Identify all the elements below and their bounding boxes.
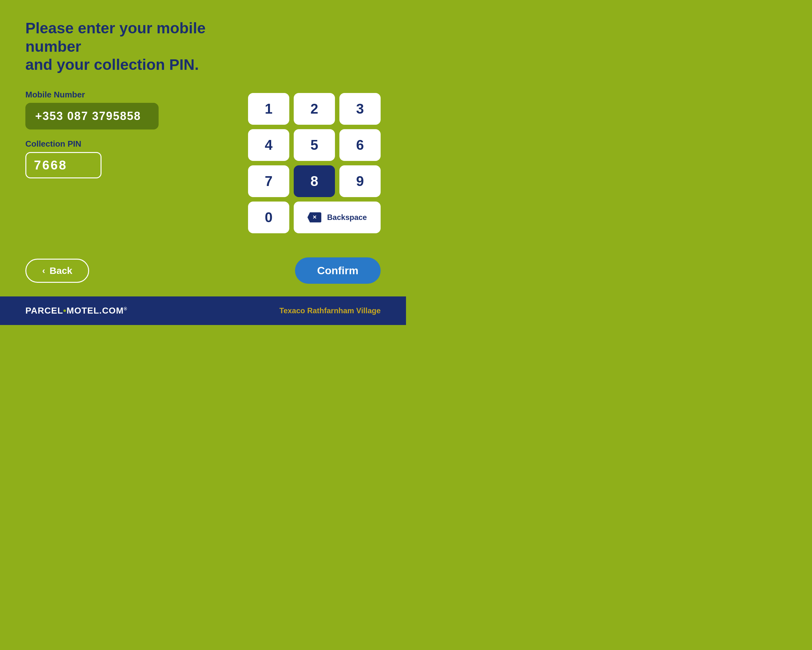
form-keypad-section: Mobile Number +353 087 3795858 Collectio… [25,90,381,242]
bottom-buttons: ‹ Back Confirm [25,257,381,284]
location-text: Texaco Rathfarnham Village [279,306,381,315]
key-2[interactable]: 2 [294,93,335,125]
key-1[interactable]: 1 [248,93,289,125]
backspace-label: Backspace [327,213,367,222]
key-4[interactable]: 4 [248,129,289,161]
form-section: Mobile Number +353 087 3795858 Collectio… [25,90,159,178]
logo-domain: .COM [99,306,124,315]
key-0[interactable]: 0 [248,202,289,233]
page-heading: Please enter your mobile number and your… [25,19,216,74]
back-chevron-icon: ‹ [42,266,45,276]
key-9[interactable]: 9 [339,165,381,197]
collection-pin-input[interactable]: 7668 [25,152,102,178]
back-button[interactable]: ‹ Back [25,258,89,283]
mobile-number-input[interactable]: +353 087 3795858 [25,103,159,130]
backspace-icon: ✕ [307,212,321,222]
logo-motel: MOTEL [67,306,99,315]
key-6[interactable]: 6 [339,129,381,161]
back-button-label: Back [49,265,72,276]
main-content: Please enter your mobile number and your… [0,0,406,297]
collection-pin-field-group: Collection PIN 7668 [25,139,159,178]
backspace-button[interactable]: ✕ Backspace [294,202,381,233]
mobile-number-label: Mobile Number [25,90,159,99]
confirm-button-label: Confirm [317,265,359,277]
logo-brand: PARCEL [25,306,63,315]
collection-pin-value: 7668 [34,158,67,172]
logo-text: PARCEL•MOTEL.COM® [25,306,127,315]
key-5[interactable]: 5 [294,129,335,161]
logo: PARCEL•MOTEL.COM® [25,306,127,316]
key-7[interactable]: 7 [248,165,289,197]
collection-pin-label: Collection PIN [25,139,159,149]
logo-registered: ® [124,306,127,311]
key-8[interactable]: 8 [294,165,335,197]
confirm-button[interactable]: Confirm [295,257,381,284]
footer: PARCEL•MOTEL.COM® Texaco Rathfarnham Vil… [0,297,406,325]
numeric-keypad: 1 2 3 4 5 6 7 8 9 0 ✕ Backspace [248,93,381,233]
logo-dot: • [63,306,67,315]
key-3[interactable]: 3 [339,93,381,125]
mobile-number-field-group: Mobile Number +353 087 3795858 [25,90,159,130]
mobile-number-value: +353 087 3795858 [35,110,141,122]
